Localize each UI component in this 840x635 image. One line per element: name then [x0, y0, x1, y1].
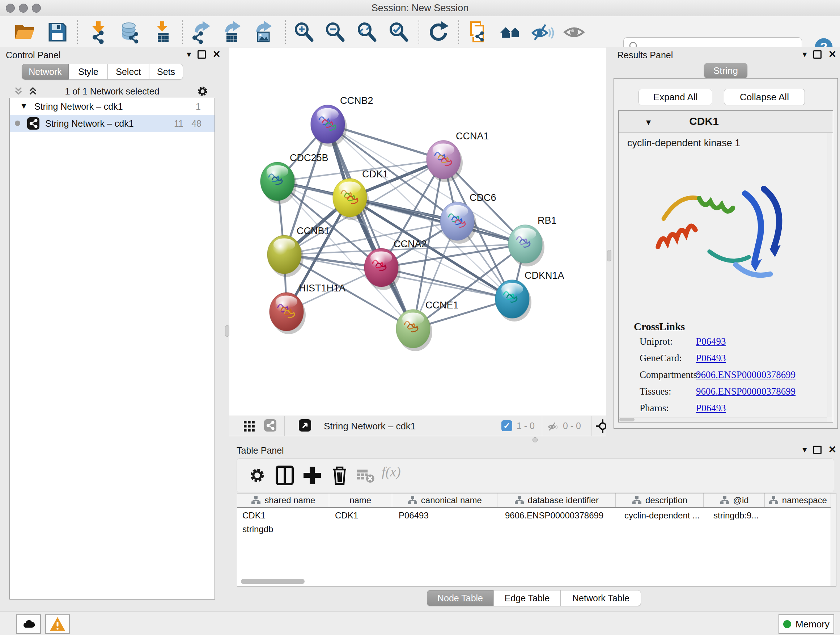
save-session-icon[interactable] [46, 21, 69, 44]
zoom-fit-icon[interactable] [355, 21, 378, 44]
expand-all-button[interactable]: Expand All [638, 89, 712, 105]
tree-item-string-network[interactable]: String Network – cdk1 11 48 [10, 115, 215, 132]
export-network-icon[interactable] [189, 21, 213, 44]
table-cell[interactable]: CDK1 [237, 508, 330, 522]
toolbar-separator [77, 20, 78, 44]
column-header-label: canonical name [421, 495, 482, 505]
table-panel-float-icon[interactable] [813, 446, 821, 454]
left-splitter[interactable] [224, 47, 229, 611]
tab-style[interactable]: Style [69, 64, 108, 80]
status-bar: Memory [0, 611, 840, 635]
column-header--id[interactable]: @id [704, 494, 764, 507]
tab-network[interactable]: Network [22, 64, 69, 80]
column-header-namespace[interactable]: namespace [765, 494, 831, 507]
warnings-button[interactable] [45, 614, 70, 634]
results-panel-float-icon[interactable] [813, 50, 821, 59]
node-CCNB2[interactable] [311, 105, 347, 147]
show-all-icon[interactable] [562, 21, 586, 44]
table-settings-gear-icon[interactable] [246, 464, 269, 487]
table-panel-menu-icon[interactable]: ▾ [802, 445, 807, 455]
refresh-view-icon[interactable] [427, 21, 450, 44]
node-RB1[interactable] [508, 225, 545, 266]
entry-description: cyclin-dependent kinase 1 [627, 138, 740, 149]
delete-table-icon[interactable] [354, 464, 377, 487]
node-CCNE1[interactable] [396, 310, 432, 351]
export-table-icon[interactable] [220, 21, 243, 44]
add-column-icon[interactable] [301, 464, 324, 487]
table-panel-close-icon[interactable]: ✕ [828, 445, 836, 455]
open-session-icon[interactable] [13, 21, 36, 44]
crosslink-link[interactable]: 9606.ENSP00000378699 [696, 369, 796, 380]
crosslink-link[interactable]: P06493 [696, 402, 726, 414]
hide-selected-icon[interactable] [531, 21, 554, 44]
table-cell[interactable]: cyclin-dependent ... [619, 508, 708, 522]
tab-edge-table[interactable]: Edge Table [493, 590, 561, 606]
results-panel-close-icon[interactable]: ✕ [828, 49, 836, 59]
import-database-icon[interactable] [117, 21, 141, 44]
table-cell[interactable]: P06493 [393, 508, 500, 522]
column-type-icon [514, 495, 524, 505]
right-splitter[interactable] [606, 47, 611, 442]
tab-network-table[interactable]: Network Table [561, 590, 641, 606]
results-panel-menu-icon[interactable]: ▾ [802, 49, 807, 59]
network-options-gear-icon[interactable] [196, 85, 209, 99]
import-table-icon[interactable] [150, 21, 174, 44]
protein-structure-image [644, 162, 803, 314]
node-CDC6[interactable] [440, 202, 477, 244]
horizontal-splitter[interactable] [229, 436, 606, 442]
table-cell[interactable]: stringdb:9... [708, 508, 770, 522]
node-CDKN1A[interactable] [495, 280, 531, 321]
control-panel-menu-icon[interactable]: ▾ [187, 49, 191, 59]
network-share-view-icon[interactable] [264, 419, 276, 432]
node-CDK1[interactable] [333, 179, 369, 220]
table-horizontal-scrollbar[interactable] [241, 579, 305, 584]
show-columns-icon[interactable] [273, 464, 296, 487]
node-HIST1H1A[interactable] [270, 293, 306, 334]
collapse-all-button[interactable]: Collapse All [724, 89, 805, 105]
tab-string[interactable]: String [704, 63, 747, 78]
selected-elements-checkbox[interactable]: ✓ [501, 420, 512, 431]
zoom-selected-icon[interactable] [387, 21, 410, 44]
table-row[interactable]: CDK1CDK1P064939606.ENSP00000378699cyclin… [237, 508, 831, 535]
column-header-canonical-name[interactable]: canonical name [392, 494, 497, 507]
table-header-row: shared namenamecanonical namedatabase id… [237, 494, 831, 508]
zoom-out-icon[interactable] [324, 21, 347, 44]
table-cell[interactable]: stringdb [237, 522, 304, 535]
function-builder-icon[interactable]: f(x) [382, 464, 401, 480]
first-neighbors-icon[interactable] [499, 21, 523, 44]
tree-collapse-icon[interactable]: ▼ [20, 101, 28, 111]
crosslink-link[interactable]: 9606.ENSP00000378699 [696, 386, 796, 397]
node-CDC25B[interactable] [261, 162, 297, 204]
tab-node-table[interactable]: Node Table [427, 590, 493, 606]
detach-view-icon[interactable] [299, 419, 311, 432]
memory-button[interactable]: Memory [778, 614, 834, 634]
edge-CCNB2-CCNE1[interactable] [328, 124, 413, 329]
clone-network-icon[interactable] [467, 21, 490, 44]
table-vertical-scrollbar[interactable] [831, 494, 836, 586]
cdk1-entry-header[interactable]: ▾ CDK1 [619, 111, 833, 133]
column-header-shared-name[interactable]: shared name [237, 494, 329, 507]
column-header-name[interactable]: name [329, 494, 392, 507]
node-CCNA1[interactable] [426, 141, 463, 182]
grid-view-icon[interactable] [243, 420, 256, 434]
crosslink-link[interactable]: P06493 [696, 353, 726, 364]
control-panel-close-icon[interactable]: ✕ [212, 49, 221, 59]
tab-sets[interactable]: Sets [149, 64, 183, 80]
cloud-status-button[interactable] [16, 614, 41, 634]
control-panel-float-icon[interactable] [197, 50, 206, 59]
results-vertical-scrollbar[interactable] [827, 133, 832, 417]
table-cell[interactable]: CDK1 [330, 508, 393, 522]
results-horizontal-scrollbar[interactable] [619, 417, 827, 422]
column-header-description[interactable]: description [616, 494, 704, 507]
table-cell[interactable]: 9606.ENSP00000378699 [500, 508, 619, 522]
export-image-icon[interactable] [251, 21, 274, 44]
column-header-database-identifier[interactable]: database identifier [497, 494, 616, 507]
zoom-in-icon[interactable] [292, 21, 316, 44]
delete-column-trash-icon[interactable] [328, 464, 351, 487]
tab-select[interactable]: Select [108, 64, 149, 80]
crosslink-link[interactable]: P06493 [696, 336, 726, 347]
network-canvas[interactable]: CCNB2CCNA1CDC25BCDK1CDC6RB1CCNB1CCNA2CDK… [229, 47, 606, 416]
tree-root-string-network[interactable]: ▼ String Network – cdk1 1 [10, 98, 215, 115]
node-CCNA2[interactable] [364, 249, 401, 290]
import-network-icon[interactable] [87, 21, 110, 44]
